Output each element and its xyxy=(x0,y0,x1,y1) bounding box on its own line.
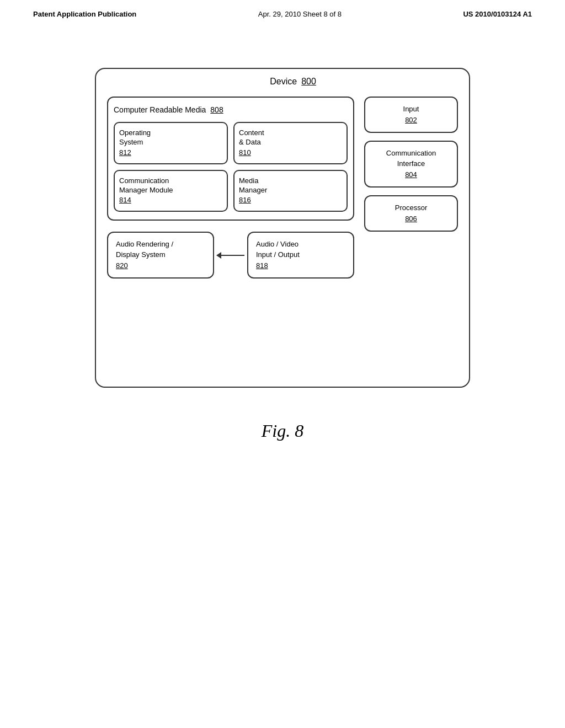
os-line1: Operating xyxy=(119,129,151,137)
arrow-line xyxy=(217,255,244,256)
device-box: Device 800 Computer Readable Media 808 O… xyxy=(95,68,470,388)
os-box: Operating System 812 xyxy=(114,122,228,164)
input-label: Input xyxy=(403,105,419,113)
os-line2: System xyxy=(119,138,143,146)
audio-line2: Display System xyxy=(116,250,166,259)
media-mgr-line1: Media xyxy=(239,176,258,185)
crm-label-text: Computer Readable Media xyxy=(114,105,206,114)
crm-label: Computer Readable Media 808 xyxy=(114,105,348,114)
header-left: Patent Application Publication xyxy=(33,10,136,18)
figure-label: Fig. 8 xyxy=(0,421,565,441)
comm-mgr-number: 814 xyxy=(119,196,222,205)
av-number: 818 xyxy=(256,261,345,271)
comm-interface-box: Communication Interface 804 xyxy=(364,141,458,188)
content-line1: Content xyxy=(239,129,264,137)
comm-iface-line1: Communication xyxy=(386,149,436,157)
crm-box: Computer Readable Media 808 Operating Sy… xyxy=(107,97,354,221)
right-column: Input 802 Communication Interface 804 Pr… xyxy=(364,97,458,279)
media-manager-box: Media Manager 816 xyxy=(233,170,348,212)
content-line2: & Data xyxy=(239,138,261,146)
device-inner: Computer Readable Media 808 Operating Sy… xyxy=(107,97,458,279)
device-number: 800 xyxy=(301,77,316,87)
input-box: Input 802 xyxy=(364,97,458,133)
media-mgr-line2: Manager xyxy=(239,186,267,194)
input-number: 802 xyxy=(371,115,451,125)
audio-line1: Audio Rendering / xyxy=(116,240,173,248)
comm-iface-number: 804 xyxy=(371,170,451,180)
header-center: Apr. 29, 2010 Sheet 8 of 8 xyxy=(258,10,342,18)
audio-number: 820 xyxy=(116,261,205,271)
av-line1: Audio / Video xyxy=(256,240,299,248)
device-label-text: Device xyxy=(270,77,297,87)
audio-rendering-box: Audio Rendering / Display System 820 xyxy=(107,232,214,279)
arrow-container xyxy=(214,255,247,256)
content-number: 810 xyxy=(239,148,342,158)
processor-box: Processor 806 xyxy=(364,195,458,232)
crm-number: 808 xyxy=(210,105,223,114)
audio-row: Audio Rendering / Display System 820 Aud… xyxy=(107,232,354,279)
comm-manager-box: Communication Manager Module 814 xyxy=(114,170,228,212)
comm-mgr-line1: Communication xyxy=(119,176,169,185)
av-io-box: Audio / Video Input / Output 818 xyxy=(247,232,354,279)
comm-mgr-line2: Manager Module xyxy=(119,186,173,194)
processor-number: 806 xyxy=(371,214,451,224)
page-header: Patent Application Publication Apr. 29, … xyxy=(0,0,565,24)
header-right: US 2010/0103124 A1 xyxy=(463,10,532,18)
diagram-area: Device 800 Computer Readable Media 808 O… xyxy=(0,24,565,388)
left-column: Computer Readable Media 808 Operating Sy… xyxy=(107,97,354,279)
av-line2: Input / Output xyxy=(256,250,300,259)
processor-label: Processor xyxy=(395,204,428,212)
crm-grid: Operating System 812 Content & Data 810 xyxy=(114,122,348,212)
media-mgr-number: 816 xyxy=(239,196,342,205)
comm-iface-line2: Interface xyxy=(397,159,425,168)
device-label: Device 800 xyxy=(266,77,319,87)
os-number: 812 xyxy=(119,148,222,158)
content-data-box: Content & Data 810 xyxy=(233,122,348,164)
